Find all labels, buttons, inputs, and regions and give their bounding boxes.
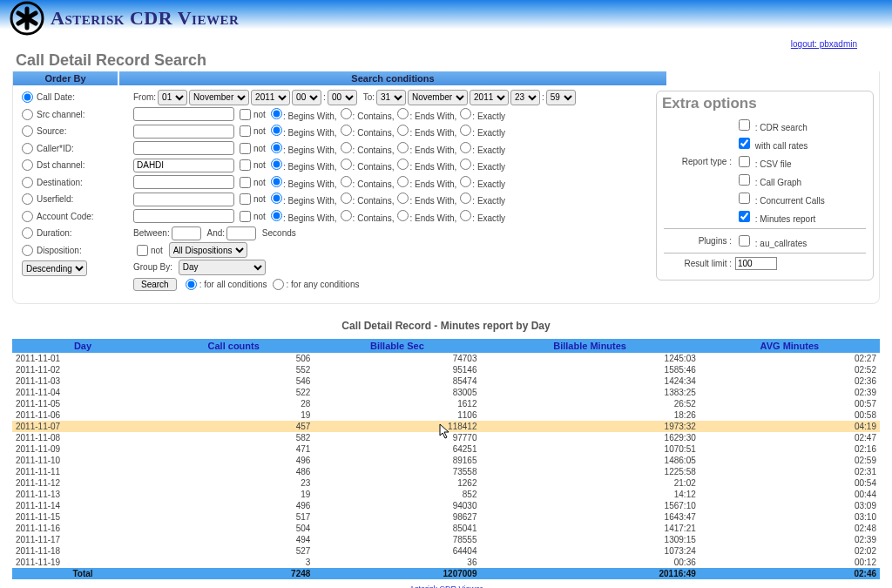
orderby-header: Order By <box>13 71 118 85</box>
to-day[interactable]: 31 <box>376 90 406 105</box>
from-day[interactable]: 01 <box>158 90 187 105</box>
not-check[interactable] <box>240 143 251 154</box>
contains-radio[interactable] <box>341 159 352 170</box>
contains-radio[interactable] <box>341 210 352 221</box>
contains-radio[interactable] <box>341 193 352 204</box>
not-check[interactable] <box>240 125 251 137</box>
begins-with-radio[interactable] <box>271 210 282 221</box>
any-conditions-radio[interactable] <box>273 279 284 290</box>
col-header: Billable Sec <box>314 339 480 353</box>
to-month[interactable]: November <box>408 90 468 105</box>
csv-check[interactable] <box>739 156 750 167</box>
begins-with-radio[interactable] <box>271 159 282 170</box>
groupby-select[interactable]: Day <box>179 260 266 275</box>
exactly-radio[interactable] <box>460 142 471 153</box>
logout-link[interactable]: logout: pbxadmin <box>791 39 857 49</box>
not-check[interactable] <box>240 211 251 222</box>
not-check[interactable] <box>240 193 251 205</box>
orderby-radio[interactable] <box>22 211 33 222</box>
not-check[interactable] <box>240 159 251 171</box>
ends-with-radio[interactable] <box>397 142 409 153</box>
all-conditions-radio[interactable] <box>186 279 197 290</box>
not-check[interactable] <box>240 177 251 188</box>
and-label: And: <box>206 228 225 238</box>
to-hour[interactable]: 23 <box>510 90 540 105</box>
condition-input[interactable] <box>133 125 234 139</box>
orderby-radio[interactable] <box>22 193 33 205</box>
ends-with-radio[interactable] <box>397 108 409 119</box>
condition-row: not: Begins With,: Contains,: Ends With,… <box>133 140 656 158</box>
from-hour[interactable]: 00 <box>292 90 321 105</box>
with-call-rates-check[interactable] <box>739 138 750 149</box>
condition-input[interactable] <box>133 107 234 121</box>
duration-to[interactable] <box>226 226 256 240</box>
cdr-search-check[interactable] <box>739 119 750 131</box>
table-row: 2011-11-08582977701629:3002:47 <box>12 432 880 443</box>
begins-with-radio[interactable] <box>271 125 282 136</box>
exactly-radio[interactable] <box>460 125 471 136</box>
contains-radio[interactable] <box>341 108 352 119</box>
date-range-row: From: 01 November 2011 00 : 00 To: 31 No… <box>133 89 656 106</box>
orderby-radio[interactable] <box>22 143 33 154</box>
ends-with-radio[interactable] <box>397 125 409 136</box>
concurrent-calls-check[interactable] <box>739 193 750 204</box>
duration-from[interactable] <box>172 226 201 240</box>
disposition-select[interactable]: All Dispositions <box>169 242 247 258</box>
not-check[interactable] <box>240 109 251 120</box>
ends-with-radio[interactable] <box>397 193 409 204</box>
condition-input[interactable] <box>133 209 234 223</box>
exactly-radio[interactable] <box>460 210 471 221</box>
contains-radio[interactable] <box>341 125 352 136</box>
begins-with-radio[interactable] <box>271 176 282 187</box>
begins-with-radio[interactable] <box>271 108 282 119</box>
to-year[interactable]: 2011 <box>470 90 509 105</box>
to-min[interactable]: 59 <box>546 90 576 105</box>
col-header: Day <box>12 339 153 353</box>
exactly-radio[interactable] <box>460 159 471 170</box>
col-header: AVG Minutes <box>699 339 880 353</box>
result-limit-input[interactable] <box>735 257 777 270</box>
table-row: 2011-11-15517986271643:4703:10 <box>12 511 880 523</box>
from-year[interactable]: 2011 <box>251 90 290 105</box>
begins-with-radio[interactable] <box>271 193 282 204</box>
contains-radio[interactable] <box>341 176 352 187</box>
condition-input[interactable] <box>133 175 234 189</box>
search-button[interactable]: Search <box>133 278 177 291</box>
table-row: 2011-11-131985214:1200:44 <box>12 489 880 500</box>
disposition-not[interactable] <box>137 245 148 256</box>
ends-with-radio[interactable] <box>397 159 409 170</box>
exactly-radio[interactable] <box>460 108 471 119</box>
from-month[interactable]: November <box>189 90 249 105</box>
begins-with-radio[interactable] <box>271 142 282 153</box>
orderby-radio[interactable] <box>22 159 33 171</box>
orderby-radio[interactable] <box>22 109 33 120</box>
ends-with-radio[interactable] <box>397 210 409 221</box>
exactly-radio[interactable] <box>460 176 471 187</box>
table-row: 2011-11-02552951461585:4602:52 <box>12 364 880 375</box>
condition-input[interactable] <box>133 159 234 172</box>
orderby-radio[interactable] <box>22 91 33 103</box>
from-min[interactable]: 00 <box>328 90 357 105</box>
table-row: 2011-11-01506747031245:0302:27 <box>12 353 880 364</box>
orderby-radio[interactable] <box>22 245 33 256</box>
col-header: Call counts <box>153 339 314 353</box>
orderby-radio[interactable] <box>22 227 33 239</box>
table-row: 2011-11-03546854741424:3402:36 <box>12 375 880 387</box>
orderby-label: Caller*ID: <box>37 144 74 153</box>
table-row: 2011-11-11486735581225:5802:31 <box>12 466 880 477</box>
condition-input[interactable] <box>133 141 234 155</box>
orderby-radio[interactable] <box>22 177 33 188</box>
ends-with-radio[interactable] <box>397 176 409 187</box>
footer-link[interactable]: Asterisk CDR Viewer <box>409 585 483 588</box>
orderby-label: Duration: <box>37 228 72 238</box>
minutes-report-check[interactable] <box>739 211 750 222</box>
exactly-radio[interactable] <box>460 193 471 204</box>
call-graph-check[interactable] <box>739 174 750 186</box>
plugin-au-callrates-check[interactable] <box>739 235 750 247</box>
orderby-radio[interactable] <box>22 125 33 137</box>
condition-row: not: Begins With,: Contains,: Ends With,… <box>133 157 656 174</box>
contains-radio[interactable] <box>341 142 352 153</box>
from-label: From: <box>133 92 156 102</box>
sort-direction-select[interactable]: Descending <box>22 260 87 276</box>
condition-input[interactable] <box>133 193 234 206</box>
